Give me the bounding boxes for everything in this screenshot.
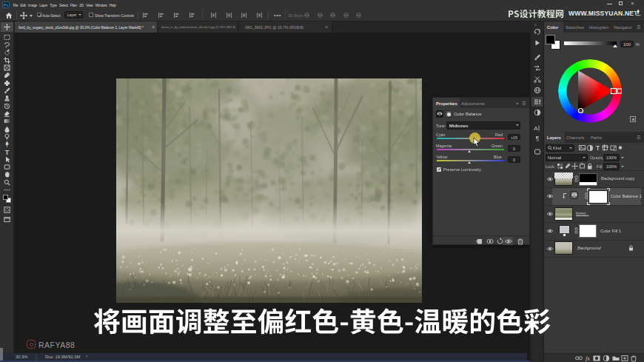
svg-text:T: T xyxy=(5,149,10,155)
svg-text:A: A xyxy=(534,125,538,132)
svg-text:fx: fx xyxy=(586,355,590,362)
svg-text:T: T xyxy=(596,144,600,151)
svg-text:¶: ¶ xyxy=(535,135,539,142)
